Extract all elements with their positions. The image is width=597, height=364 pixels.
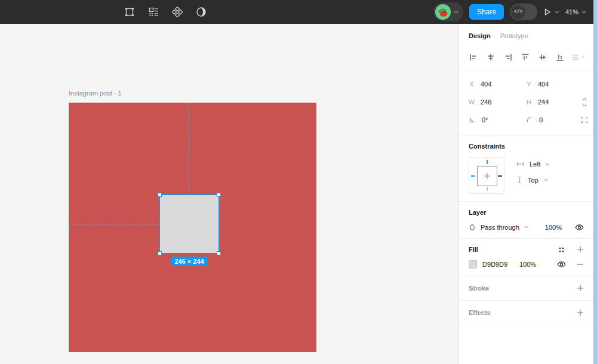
alignment-toolbar	[459, 48, 593, 70]
width-label: W	[469, 98, 475, 106]
fill-row: D9D9D9 100%	[469, 260, 584, 269]
blend-mode-icon	[469, 223, 476, 231]
constraints-widget[interactable]	[469, 157, 504, 194]
transform-section: X 404 Y 404 W 246 H 244	[459, 70, 593, 135]
x-position-field[interactable]: X 404	[469, 81, 526, 88]
present-menu[interactable]	[543, 8, 559, 16]
chevron-down-icon	[524, 226, 528, 229]
canvas[interactable]: Instagram post - 1 246 × 244	[0, 24, 458, 364]
rotation-field[interactable]: 0°	[469, 116, 526, 124]
resize-handle-bottom-left[interactable]	[158, 251, 162, 255]
zoom-menu[interactable]: 41%	[565, 8, 586, 16]
tab-prototype[interactable]: Prototype	[500, 32, 528, 39]
height-value[interactable]: 244	[538, 98, 549, 106]
fill-opacity-field[interactable]: 100%	[519, 261, 543, 268]
top-toolbar: Share </> 41%	[0, 0, 593, 24]
zoom-level: 41%	[565, 8, 578, 16]
distance-guide-vertical	[189, 103, 189, 195]
avatar	[435, 4, 451, 20]
resize-handle-top-left[interactable]	[158, 193, 162, 197]
x-label: X	[469, 81, 475, 88]
align-bottom-icon[interactable]	[554, 51, 566, 63]
edit-object-icon[interactable]	[122, 4, 137, 20]
rotation-icon	[469, 116, 476, 124]
share-button[interactable]: Share	[469, 4, 504, 20]
layer-visibility-eye-icon[interactable]	[575, 224, 584, 231]
toolbar-right-group: Share </> 41%	[433, 0, 586, 24]
stroke-section: Stroke	[459, 276, 593, 301]
corner-radius-value[interactable]: 0	[539, 116, 543, 124]
effects-title: Effects	[469, 309, 491, 316]
layout-grid-icon[interactable]	[146, 4, 161, 20]
panel-tabs: Design Prototype	[459, 24, 593, 48]
align-h-center-icon[interactable]	[485, 51, 497, 63]
account-menu[interactable]	[433, 2, 463, 21]
horizontal-constraint-dropdown[interactable]: Left	[516, 161, 550, 168]
add-fill-icon[interactable]	[577, 246, 584, 253]
resize-handle-bottom-right[interactable]	[217, 251, 221, 255]
chevron-down-icon	[555, 11, 559, 14]
resize-handle-top-right[interactable]	[217, 193, 221, 197]
layer-opacity-field[interactable]: 100%	[545, 224, 562, 231]
play-icon	[543, 8, 552, 16]
constraint-right-tick[interactable]	[498, 175, 502, 177]
fill-hex-field[interactable]: D9D9D9	[482, 261, 519, 268]
width-field[interactable]: W 246	[469, 98, 526, 106]
layer-section: Layer Pass through 100%	[459, 202, 593, 239]
blend-mode-dropdown[interactable]: Pass through	[481, 224, 519, 231]
fill-visibility-eye-icon[interactable]	[557, 261, 566, 268]
chevron-down-icon	[546, 163, 550, 166]
constraints-section: Constraints Left	[459, 135, 593, 202]
constrain-proportions-icon[interactable]	[581, 98, 592, 107]
toolbar-icon-group	[122, 0, 209, 24]
constraints-center	[477, 166, 497, 186]
horizontal-constraint-value: Left	[530, 161, 540, 168]
align-v-center-icon[interactable]	[537, 51, 549, 63]
scrollbar[interactable]	[593, 0, 597, 364]
independent-corners-icon[interactable]	[581, 116, 592, 124]
corner-radius-icon	[526, 116, 533, 124]
y-position-field[interactable]: Y 404	[526, 81, 581, 88]
dev-mode-toggle[interactable]: </>	[510, 4, 537, 20]
align-left-icon[interactable]	[467, 51, 479, 63]
chevron-down-icon	[454, 11, 458, 14]
tab-design[interactable]: Design	[469, 32, 491, 39]
remove-fill-icon[interactable]	[577, 261, 584, 268]
x-value[interactable]: 404	[481, 81, 491, 88]
properties-panel: Design Prototype X 404	[458, 24, 593, 364]
y-value[interactable]: 404	[538, 81, 549, 88]
width-value[interactable]: 246	[481, 98, 491, 106]
chevron-down-icon	[544, 178, 548, 181]
selection-size-badge: 246 × 244	[171, 257, 207, 266]
vertical-constraint-icon	[516, 176, 522, 184]
fill-styles-icon[interactable]	[558, 246, 565, 253]
constraint-top-tick[interactable]	[487, 160, 488, 164]
distribute-icon[interactable]	[571, 53, 585, 61]
mask-icon[interactable]	[193, 4, 209, 20]
effects-section: Effects	[459, 301, 593, 325]
add-stroke-icon[interactable]	[577, 285, 584, 292]
stroke-title: Stroke	[469, 285, 489, 292]
fill-section: Fill D9D9D9 100%	[459, 239, 593, 276]
corner-radius-field[interactable]: 0	[526, 116, 581, 124]
constraint-left-tick[interactable]	[471, 175, 475, 177]
code-icon: </>	[511, 5, 525, 19]
height-field[interactable]: H 244	[526, 98, 581, 106]
y-label: Y	[526, 81, 532, 88]
constraints-title: Constraints	[469, 143, 584, 150]
selected-rectangle[interactable]: 246 × 244	[160, 195, 219, 253]
rotation-value[interactable]: 0°	[482, 116, 488, 124]
align-top-icon[interactable]	[519, 51, 531, 63]
layer-title: Layer	[469, 209, 584, 216]
frame-label[interactable]: Instagram post - 1	[69, 90, 122, 97]
components-icon[interactable]	[170, 4, 185, 20]
constraint-bottom-tick[interactable]	[487, 187, 488, 191]
align-right-icon[interactable]	[502, 51, 514, 63]
fill-title: Fill	[469, 246, 478, 253]
fill-color-swatch[interactable]	[469, 260, 477, 269]
vertical-constraint-dropdown[interactable]: Top	[516, 176, 550, 184]
vertical-constraint-value: Top	[528, 177, 538, 184]
horizontal-constraint-icon	[516, 161, 524, 167]
height-label: H	[526, 98, 532, 106]
add-effect-icon[interactable]	[577, 309, 584, 316]
